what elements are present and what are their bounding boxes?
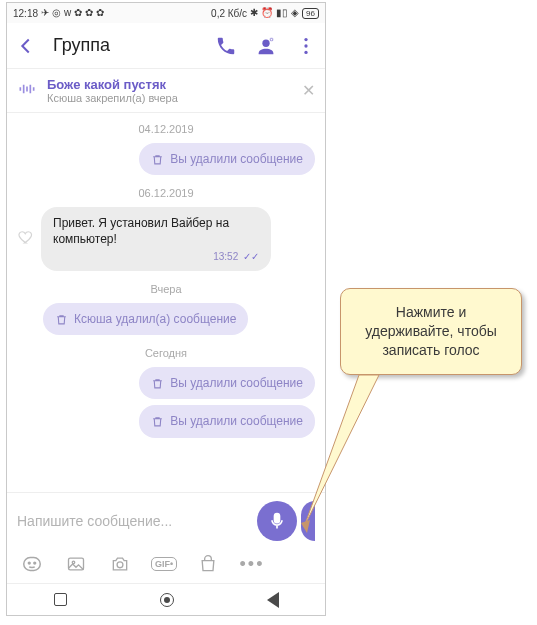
- deleted-text: Вы удалили сообщение: [170, 151, 303, 167]
- svg-point-8: [34, 562, 36, 564]
- send-button-edge[interactable]: [301, 501, 315, 541]
- add-member-button[interactable]: [253, 33, 279, 59]
- attachment-toolbar: GIF• •••: [7, 549, 325, 583]
- message-row: Вы удалили сообщение: [17, 367, 315, 399]
- deleted-message-other[interactable]: Ксюша удалил(а) сообщение: [43, 303, 248, 335]
- chat-header: Группа: [7, 23, 325, 69]
- pinned-subtitle: Ксюша закрепил(а) вчера: [47, 92, 292, 104]
- gif-button[interactable]: GIF•: [153, 553, 175, 575]
- status-right: 0,2 Кб/с ✱ ⏰ ▮▯ ◈ 96: [211, 8, 319, 19]
- vk-icon: w: [64, 8, 71, 18]
- status-speed: 0,2 Кб/с: [211, 8, 247, 19]
- like-button[interactable]: [17, 228, 35, 250]
- deleted-message-own[interactable]: Вы удалили сообщение: [139, 143, 315, 175]
- status-time: 12:18: [13, 8, 38, 19]
- deleted-text: Вы удалили сообщение: [170, 413, 303, 429]
- deleted-message-own[interactable]: Вы удалили сообщение: [139, 367, 315, 399]
- message-row: Привет. Я установил Вайбер на компьютер!…: [17, 207, 315, 271]
- svg-point-4: [304, 50, 307, 53]
- menu-button[interactable]: [293, 33, 319, 59]
- chat-scroll[interactable]: 04.12.2019 Вы удалили сообщение 06.12.20…: [7, 113, 325, 492]
- audio-wave-icon: [17, 79, 37, 103]
- microphone-icon: [267, 511, 287, 531]
- pinned-message[interactable]: Боже какой пустяк Ксюша закрепил(а) вчер…: [7, 69, 325, 113]
- bluetooth-icon: ✱: [250, 8, 258, 18]
- message-row: Вы удалили сообщение: [17, 405, 315, 437]
- trash-icon: [55, 313, 68, 326]
- svg-point-7: [28, 562, 30, 564]
- message-meta: 13:52 ✓✓: [53, 250, 259, 264]
- deleted-text: Ксюша удалил(а) сообщение: [74, 311, 236, 327]
- read-check-icon: ✓✓: [243, 251, 259, 262]
- alarm-icon: ⏰: [261, 8, 273, 18]
- status-bar: 12:18 ✈ ◎ w ✿ ✿ ✿ 0,2 Кб/с ✱ ⏰ ▮▯ ◈ 96: [7, 3, 325, 23]
- pinned-title: Боже какой пустяк: [47, 77, 292, 92]
- pinned-body: Боже какой пустяк Ксюша закрепил(а) вчер…: [47, 77, 292, 104]
- tooltip-text: Нажмите и удерживайте, чтобы записать го…: [365, 304, 497, 358]
- input-area: Напишите сообщение... GIF• •••: [7, 492, 325, 583]
- shop-button[interactable]: [197, 553, 219, 575]
- whatsapp-icon: ◎: [52, 8, 61, 18]
- date-separator: Вчера: [17, 277, 315, 297]
- signal-icon: ▮▯: [276, 8, 288, 18]
- telegram-icon: ✈: [41, 8, 49, 18]
- deleted-text: Вы удалили сообщение: [170, 375, 303, 391]
- call-button[interactable]: [213, 33, 239, 59]
- more-icon: ✿: [96, 8, 104, 18]
- more-tools-button[interactable]: •••: [241, 553, 263, 575]
- date-separator: Сегодня: [17, 341, 315, 361]
- svg-point-3: [304, 44, 307, 47]
- settings-icon: ✿: [74, 8, 82, 18]
- svg-point-2: [304, 37, 307, 40]
- message-time: 13:52: [213, 251, 238, 262]
- date-separator: 06.12.2019: [17, 181, 315, 201]
- message-row: Вы удалили сообщение: [17, 143, 315, 175]
- battery-level: 96: [302, 8, 319, 19]
- tooltip-callout: Нажмите и удерживайте, чтобы записать го…: [340, 288, 522, 375]
- sticker-button[interactable]: [21, 553, 43, 575]
- incoming-message[interactable]: Привет. Я установил Вайбер на компьютер!…: [41, 207, 271, 271]
- svg-rect-6: [24, 558, 41, 571]
- trash-icon: [151, 153, 164, 166]
- sync-icon: ✿: [85, 8, 93, 18]
- trash-icon: [151, 415, 164, 428]
- trash-icon: [151, 377, 164, 390]
- input-row: Напишите сообщение...: [7, 493, 325, 549]
- svg-rect-5: [275, 514, 280, 523]
- message-input[interactable]: Напишите сообщение...: [17, 513, 257, 529]
- back-button[interactable]: [13, 33, 39, 59]
- date-separator: 04.12.2019: [17, 117, 315, 137]
- message-text: Привет. Я установил Вайбер на компьютер!: [53, 215, 259, 247]
- close-pinned-button[interactable]: ✕: [302, 81, 315, 100]
- recent-apps-button[interactable]: [54, 593, 67, 606]
- back-nav-button[interactable]: [267, 592, 279, 608]
- svg-point-11: [117, 562, 123, 568]
- deleted-message-own[interactable]: Вы удалили сообщение: [139, 405, 315, 437]
- svg-point-0: [262, 39, 269, 46]
- gallery-button[interactable]: [65, 553, 87, 575]
- status-left: 12:18 ✈ ◎ w ✿ ✿ ✿: [13, 8, 104, 19]
- phone-frame: 12:18 ✈ ◎ w ✿ ✿ ✿ 0,2 Кб/с ✱ ⏰ ▮▯ ◈ 96 Г…: [6, 2, 326, 616]
- message-row: Ксюша удалил(а) сообщение: [17, 303, 315, 335]
- camera-button[interactable]: [109, 553, 131, 575]
- home-button[interactable]: [160, 593, 174, 607]
- android-navbar: [7, 583, 325, 615]
- wifi-icon: ◈: [291, 8, 299, 18]
- voice-record-button[interactable]: [257, 501, 297, 541]
- gif-label: GIF•: [151, 557, 177, 571]
- chat-title[interactable]: Группа: [53, 35, 199, 56]
